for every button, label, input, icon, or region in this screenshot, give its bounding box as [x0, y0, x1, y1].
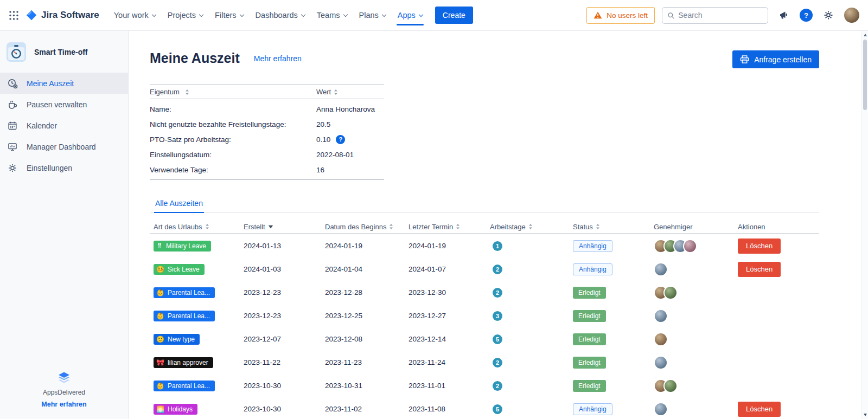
- help-icon[interactable]: ?: [336, 135, 345, 144]
- chevron-down-icon: [419, 12, 423, 16]
- cell-leave-type: 👶Parental Lea...: [150, 311, 240, 321]
- workdays-count-badge: 5: [493, 334, 502, 344]
- scroll-down-arrow-icon[interactable]: [862, 411, 868, 418]
- delete-button[interactable]: Löschen: [738, 238, 781, 254]
- sidebar-item-label: Meine Auszeit: [27, 79, 74, 88]
- property-row: Einstellungsdatum:2022-08-01: [150, 147, 384, 162]
- scrollbar-thumb[interactable]: [863, 40, 867, 110]
- cell-start-date: 2024-01-04: [321, 265, 405, 273]
- settings-button[interactable]: [820, 7, 837, 24]
- column-header-aktionen[interactable]: Aktionen: [734, 223, 819, 231]
- property-column-header-wert[interactable]: Wert: [316, 88, 384, 96]
- cell-leave-type: 🎖Military Leave: [150, 241, 240, 252]
- column-header-label: Aktionen: [738, 223, 765, 231]
- cell-created: 2023-10-30: [240, 382, 321, 390]
- sidebar-item-meine-auszeit[interactable]: Meine Auszeit: [0, 73, 128, 94]
- chevron-down-icon: [382, 12, 386, 16]
- appsdelivered-brand: AppsDelivered: [43, 389, 85, 396]
- timeoff-table: Art des UrlaubsErstelltDatum des Beginns…: [150, 220, 819, 419]
- leave-type-emoji-icon: 👶: [156, 289, 164, 296]
- column-header-label: Letzter Termin: [409, 223, 453, 231]
- delete-button[interactable]: Löschen: [738, 402, 781, 417]
- create-request-button[interactable]: Anfrage erstellen: [732, 50, 819, 68]
- sidebar-item-manager-dashboard[interactable]: Manager Dashboard: [0, 136, 128, 157]
- cell-created: 2024-01-03: [240, 265, 321, 273]
- chevron-down-icon: [199, 12, 203, 16]
- tab-alle-auszeiten[interactable]: Alle Auszeiten: [154, 196, 204, 213]
- warning-triangle-icon: [593, 11, 602, 19]
- sidebar-learn-more-link[interactable]: Mehr erfahren: [41, 401, 86, 408]
- column-header-letzter-termin[interactable]: Letzter Termin: [405, 223, 486, 231]
- dashboard-icon: [7, 141, 18, 152]
- sidebar-item-kalender[interactable]: Kalender: [0, 115, 128, 136]
- cell-workdays: 2: [486, 288, 569, 298]
- sidebar-footer: AppsDelivered Mehr erfahren: [0, 371, 128, 419]
- user-avatar[interactable]: [844, 8, 859, 23]
- property-value-text: 2022-08-01: [316, 151, 354, 159]
- status-badge: Anhängig: [573, 263, 612, 275]
- cell-end-date: 2023-11-01: [405, 382, 486, 390]
- jira-logo[interactable]: Jira Software: [25, 9, 99, 21]
- column-header-label: Arbeitstage: [490, 223, 526, 231]
- column-header-genehmiger[interactable]: Genehmiger: [650, 223, 734, 231]
- table-row: 🌅Holidays2023-10-302023-11-022023-11-085…: [150, 397, 819, 419]
- scroll-up-arrow-icon[interactable]: [862, 31, 868, 38]
- column-header-datum-des-beginns[interactable]: Datum des Beginns: [321, 223, 405, 231]
- cell-created: 2024-01-13: [240, 242, 321, 250]
- learn-more-link[interactable]: Mehr erfahren: [254, 54, 302, 63]
- cell-end-date: 2024-01-19: [405, 242, 486, 250]
- sidebar: Smart Time-off Meine AuszeitPausen verwa…: [0, 31, 129, 419]
- smart-timeoff-app-icon: [7, 42, 26, 62]
- grid-icon: [9, 10, 19, 21]
- sort-icon: [185, 89, 189, 95]
- vertical-scrollbar[interactable]: [861, 31, 868, 419]
- chevron-down-icon: [239, 12, 244, 16]
- cell-approvers: [650, 402, 734, 416]
- column-header-erstellt[interactable]: Erstellt: [240, 223, 321, 231]
- nav-item-teams[interactable]: Teams: [311, 0, 353, 31]
- search-input[interactable]: [678, 11, 763, 20]
- nav-item-label: Plans: [359, 11, 379, 20]
- column-header-label: Datum des Beginns: [325, 223, 386, 231]
- sort-icon: [268, 225, 273, 229]
- help-button[interactable]: ?: [800, 9, 813, 22]
- nav-item-apps[interactable]: Apps: [392, 0, 429, 31]
- nav-item-filters[interactable]: Filters: [209, 0, 249, 31]
- property-value-text: 20.5: [316, 120, 330, 128]
- sort-icon: [205, 223, 209, 230]
- create-button[interactable]: Create: [435, 7, 473, 24]
- workdays-count-badge: 3: [493, 311, 502, 321]
- leave-type-emoji-icon: 🌅: [156, 406, 164, 412]
- delete-button[interactable]: Löschen: [738, 262, 781, 277]
- properties-table: Eigentum Wert Name:Anna HoncharovaNicht …: [150, 85, 384, 180]
- leave-type-label: Parental Lea...: [168, 289, 210, 296]
- property-column-header-eigentum[interactable]: Eigentum: [150, 88, 316, 96]
- table-header-row: Art des UrlaubsErstelltDatum des Beginns…: [150, 220, 819, 234]
- sidebar-item-einstellungen[interactable]: Einstellungen: [0, 157, 128, 178]
- no-users-left-button[interactable]: No users left: [586, 7, 655, 24]
- leave-type-badge: 🌅Holidays: [154, 404, 197, 415]
- search-icon: [667, 11, 674, 20]
- column-header-label: Eigentum: [150, 88, 180, 96]
- nav-item-projects[interactable]: Projects: [162, 0, 209, 31]
- nav-item-plans[interactable]: Plans: [353, 0, 392, 31]
- property-label: PTO-Satz pro Arbeitstag:: [150, 136, 316, 144]
- announcement-button[interactable]: [775, 7, 793, 24]
- properties-header-row: Eigentum Wert: [150, 85, 384, 99]
- column-header-status[interactable]: Status: [569, 223, 650, 231]
- nav-item-dashboards[interactable]: Dashboards: [250, 0, 311, 31]
- approver-avatar: [654, 309, 668, 323]
- timeoff-icon: [7, 78, 18, 89]
- nav-item-your-work[interactable]: Your work: [108, 0, 162, 31]
- column-header-arbeitstage[interactable]: Arbeitstage: [486, 223, 569, 231]
- table-row: 🙂New type2023-12-072023-12-082023-12-145…: [150, 327, 819, 351]
- chevron-down-icon: [301, 12, 305, 16]
- cell-end-date: 2023-12-27: [405, 312, 486, 320]
- cell-leave-type: 🌅Holidays: [150, 404, 240, 415]
- cell-status: Erledigt: [569, 287, 650, 299]
- leave-type-label: Military Leave: [166, 242, 206, 250]
- sidebar-item-pausen-verwalten[interactable]: Pausen verwalten: [0, 94, 128, 115]
- app-switcher-button[interactable]: [5, 7, 22, 24]
- column-header-art-des-urlaubs[interactable]: Art des Urlaubs: [150, 223, 240, 231]
- cell-created: 2023-12-07: [240, 335, 321, 343]
